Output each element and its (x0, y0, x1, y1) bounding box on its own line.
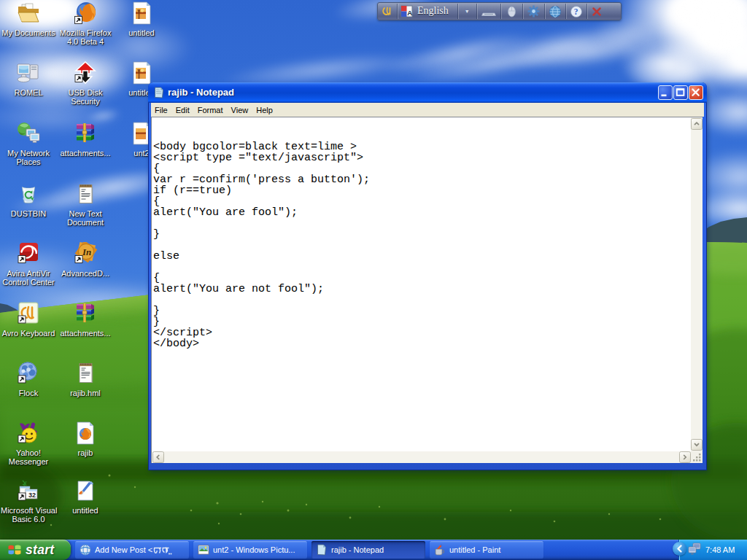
svg-text:?: ? (573, 7, 578, 16)
svg-text:A: A (407, 9, 412, 17)
svg-text:In: In (82, 246, 91, 257)
svg-text:32: 32 (28, 491, 36, 499)
